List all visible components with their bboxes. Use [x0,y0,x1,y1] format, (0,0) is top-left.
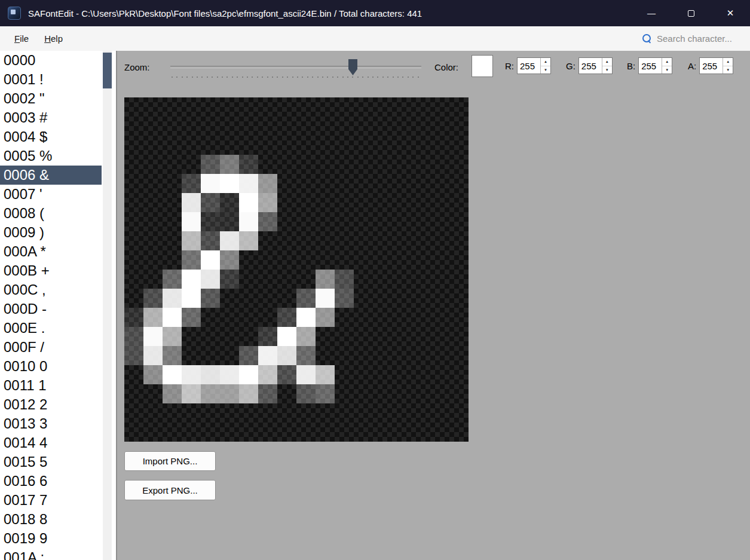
glyph-pixel[interactable] [277,155,296,174]
color-swatch[interactable] [472,55,493,77]
glyph-pixel[interactable] [201,384,220,403]
glyph-pixel[interactable] [296,289,316,308]
list-item[interactable]: 0012 2 [0,395,102,414]
glyph-pixel[interactable] [373,212,392,231]
glyph-pixel[interactable] [239,117,258,136]
glyph-pixel[interactable] [449,136,469,155]
glyph-pixel[interactable] [239,289,258,308]
glyph-pixel[interactable] [277,117,296,136]
glyph-pixel[interactable] [430,384,449,403]
glyph-pixel[interactable] [373,97,392,117]
list-item[interactable]: 0002 " [0,89,102,108]
glyph-pixel[interactable] [335,117,354,136]
glyph-pixel[interactable] [449,193,469,212]
menu-file[interactable]: File [7,26,36,51]
glyph-pixel[interactable] [296,212,316,231]
glyph-pixel[interactable] [277,231,296,250]
list-item[interactable]: 0016 6 [0,472,102,491]
spin-down-button[interactable]: ▼ [662,66,672,74]
glyph-pixel[interactable] [277,346,296,365]
glyph-pixel[interactable] [239,97,258,117]
glyph-pixel[interactable] [239,231,258,250]
glyph-pixel[interactable] [163,97,182,117]
glyph-pixel[interactable] [143,136,163,155]
glyph-pixel[interactable] [411,117,430,136]
glyph-pixel[interactable] [163,270,182,289]
glyph-pixel[interactable] [163,308,182,327]
glyph-pixel[interactable] [411,155,430,174]
glyph-pixel[interactable] [411,193,430,212]
glyph-pixel[interactable] [201,346,220,365]
glyph-pixel[interactable] [316,117,335,136]
glyph-pixel[interactable] [182,250,201,270]
glyph-pixel[interactable] [124,289,143,308]
glyph-pixel[interactable] [201,97,220,117]
glyph-pixel[interactable] [163,365,182,384]
glyph-pixel[interactable] [316,403,335,423]
glyph-pixel[interactable] [182,327,201,346]
glyph-pixel[interactable] [430,193,449,212]
zoom-slider[interactable] [170,59,421,80]
glyph-pixel[interactable] [335,346,354,365]
glyph-pixel[interactable] [163,155,182,174]
glyph-pixel[interactable] [411,365,430,384]
glyph-pixel[interactable] [258,97,277,117]
glyph-pixel[interactable] [182,308,201,327]
list-item[interactable]: 000E . [0,319,102,338]
glyph-pixel[interactable] [143,212,163,231]
glyph-pixel[interactable] [124,346,143,365]
glyph-pixel[interactable] [143,250,163,270]
glyph-pixel[interactable] [449,289,469,308]
glyph-pixel[interactable] [430,136,449,155]
glyph-pixel[interactable] [143,289,163,308]
glyph-pixel[interactable] [124,403,143,423]
glyph-pixel[interactable] [449,250,469,270]
glyph-pixel[interactable] [182,346,201,365]
glyph-pixel[interactable] [430,212,449,231]
spin-down-button[interactable]: ▼ [602,66,612,74]
glyph-pixel[interactable] [411,384,430,403]
glyph-pixel[interactable] [392,174,411,193]
glyph-pixel[interactable] [354,270,373,289]
glyph-pixel[interactable] [163,289,182,308]
glyph-pixel[interactable] [354,384,373,403]
glyph-pixel[interactable] [124,308,143,327]
glyph-pixel[interactable] [449,212,469,231]
glyph-pixel[interactable] [335,423,354,442]
glyph-pixel[interactable] [411,423,430,442]
list-item[interactable]: 0019 9 [0,529,102,548]
list-item[interactable]: 0000 [0,51,102,70]
glyph-pixel[interactable] [163,384,182,403]
glyph-pixel[interactable] [430,308,449,327]
glyph-pixel[interactable] [316,174,335,193]
glyph-pixel[interactable] [220,327,239,346]
glyph-pixel[interactable] [143,117,163,136]
glyph-pixel[interactable] [430,97,449,117]
glyph-pixel[interactable] [373,155,392,174]
glyph-pixel[interactable] [201,117,220,136]
glyph-pixel[interactable] [220,174,239,193]
channel-g-input[interactable]: 255 ▲ ▼ [578,57,613,74]
glyph-pixel[interactable] [239,327,258,346]
import-png-button[interactable]: Import PNG... [124,451,216,471]
glyph-pixel[interactable] [258,212,277,231]
glyph-pixel[interactable] [277,327,296,346]
glyph-pixel[interactable] [354,250,373,270]
glyph-pixel[interactable] [163,423,182,442]
glyph-pixel[interactable] [392,212,411,231]
glyph-pixel[interactable] [411,136,430,155]
glyph-pixel[interactable] [354,308,373,327]
glyph-pixel[interactable] [316,155,335,174]
glyph-pixel[interactable] [143,193,163,212]
spin-up-button[interactable]: ▲ [662,58,672,66]
glyph-pixel[interactable] [411,308,430,327]
glyph-pixel[interactable] [296,346,316,365]
glyph-pixel[interactable] [392,308,411,327]
glyph-pixel[interactable] [430,155,449,174]
glyph-pixel[interactable] [392,231,411,250]
glyph-pixel[interactable] [124,384,143,403]
glyph-pixel[interactable] [124,365,143,384]
list-item[interactable]: 000A * [0,242,102,261]
glyph-pixel[interactable] [124,327,143,346]
search-input[interactable]: Search character... [657,33,732,44]
